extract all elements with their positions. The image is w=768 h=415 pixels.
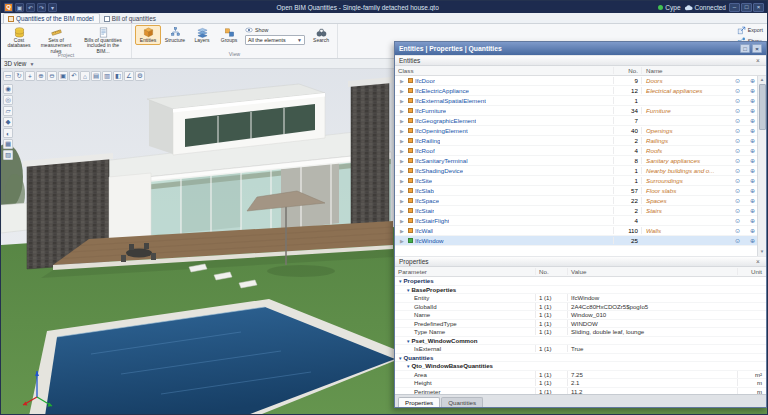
entity-row[interactable]: ▶IfcShadingDevice1Nearby buildings and o… (395, 166, 757, 176)
property-row[interactable]: ▼Pset_WindowCommon (395, 337, 766, 346)
undo-icon[interactable]: ↶ (26, 3, 35, 12)
property-row[interactable]: ▼Properties (395, 277, 766, 286)
column-class[interactable]: Class (395, 67, 613, 74)
entity-class-link[interactable]: IfcDoor (415, 77, 435, 84)
column-unit[interactable]: Unit (737, 268, 766, 275)
expand-icon[interactable]: ▶ (398, 168, 406, 174)
visibility-eye-icon[interactable]: ⊙ (735, 167, 740, 174)
background-icon[interactable]: ▨ (3, 150, 13, 160)
add-selection-icon[interactable]: ⊕ (750, 117, 755, 124)
app-logo[interactable]: Q (4, 3, 13, 12)
scroll-up-icon[interactable]: ▲ (760, 76, 764, 84)
shaded-view-icon[interactable]: ◆ (3, 117, 13, 127)
add-selection-icon[interactable]: ⊕ (750, 107, 755, 114)
panel-tab-properties[interactable]: Properties (398, 397, 440, 407)
expand-icon[interactable]: ▶ (398, 128, 406, 134)
front-view-icon[interactable]: ▥ (102, 71, 112, 81)
scroll-down-icon[interactable]: ▼ (760, 248, 764, 256)
property-row[interactable]: ▼Qto_WindowBaseQuantities (395, 362, 766, 371)
panel-close-button[interactable]: × (752, 44, 762, 53)
property-row[interactable]: Height1 (1)2.1m (395, 379, 766, 388)
property-row[interactable]: Name1 (1)Window_010 (395, 311, 766, 320)
visibility-eye-icon[interactable]: ⊙ (735, 117, 740, 124)
panel-tab-quantities[interactable]: Quantities (441, 397, 483, 407)
entity-row[interactable]: ▶IfcGeographicElement7⊙⊕ (395, 116, 757, 126)
expand-icon[interactable]: ▶ (398, 218, 406, 224)
settings-icon[interactable]: ⚙ (135, 71, 145, 81)
entity-class-link[interactable]: IfcGeographicElement (415, 117, 476, 124)
entity-row[interactable]: ▶IfcRoof4Roofs⊙⊕ (395, 146, 757, 156)
connection-status[interactable]: Connected (684, 4, 726, 11)
expand-icon[interactable]: ▶ (398, 138, 406, 144)
visibility-eye-icon[interactable]: ⊙ (735, 217, 740, 224)
visibility-eye-icon[interactable]: ⊙ (735, 97, 740, 104)
layers-visibility-icon[interactable]: ▦ (3, 139, 13, 149)
properties-close-icon[interactable]: × (754, 258, 762, 265)
shadows-icon[interactable]: ◐ (3, 128, 13, 138)
select-icon[interactable]: ▭ (3, 71, 13, 81)
expand-icon[interactable]: ▶ (398, 158, 406, 164)
property-row[interactable]: Area1 (1)7.25m² (395, 371, 766, 380)
entity-class-link[interactable]: IfcRoof (415, 147, 435, 154)
visibility-eye-icon[interactable]: ⊙ (735, 177, 740, 184)
add-selection-icon[interactable]: ⊕ (750, 97, 755, 104)
entity-class-link[interactable]: IfcSlab (415, 187, 434, 194)
entity-class-link[interactable]: IfcStairFlight (415, 217, 449, 224)
isolate-icon[interactable]: ◎ (3, 95, 13, 105)
entities-close-icon[interactable]: × (754, 57, 762, 64)
close-button[interactable]: × (753, 3, 764, 12)
column-parameter[interactable]: Parameter (395, 268, 535, 275)
add-selection-icon[interactable]: ⊕ (750, 157, 755, 164)
visibility-eye-icon[interactable]: ⊙ (735, 197, 740, 204)
entity-class-link[interactable]: IfcExternalSpatialElement (415, 97, 486, 104)
zoom-extents-icon[interactable]: ▣ (58, 71, 68, 81)
collapse-icon[interactable]: ▼ (398, 279, 402, 284)
entity-class-link[interactable]: IfcWindow (415, 237, 444, 244)
entities-scrollbar[interactable]: ▲ ▼ (757, 76, 766, 256)
expand-icon[interactable]: ▶ (398, 88, 406, 94)
recent-menu-icon[interactable]: ▾ (48, 3, 57, 12)
entity-row[interactable]: ▶IfcSpace22Spaces⊙⊕ (395, 196, 757, 206)
structure-button[interactable]: Structure (162, 25, 188, 45)
entity-class-link[interactable]: IfcOpeningElement (415, 127, 468, 134)
entity-class-link[interactable]: IfcFurniture (415, 107, 446, 114)
property-row[interactable]: Type Name1 (1)Sliding, double leaf, loun… (395, 328, 766, 337)
add-selection-icon[interactable]: ⊕ (750, 87, 755, 94)
column-no[interactable]: No. (535, 268, 567, 275)
expand-icon[interactable]: ▶ (398, 178, 406, 184)
visibility-eye-icon[interactable]: ⊙ (735, 107, 740, 114)
entity-class-link[interactable]: IfcRailing (415, 137, 440, 144)
add-selection-icon[interactable]: ⊕ (750, 137, 755, 144)
orbit-icon[interactable]: ↻ (14, 71, 24, 81)
ribbon-tab-quantities[interactable]: Quantities of the BIM model (3, 13, 100, 23)
maximize-button[interactable]: □ (741, 3, 752, 12)
property-row[interactable]: ▼BaseProperties (395, 286, 766, 295)
entity-class-link[interactable]: IfcSpace (415, 197, 439, 204)
entity-class-link[interactable]: IfcWall (415, 227, 433, 234)
entity-row[interactable]: ▶IfcDoor9Doors⊙⊕ (395, 76, 757, 86)
entity-row[interactable]: ▶IfcElectricAppliance12Electrical applia… (395, 86, 757, 96)
entity-row[interactable]: ▶IfcStair2Stairs⊙⊕ (395, 206, 757, 216)
minimize-button[interactable]: – (729, 3, 740, 12)
wireframe-icon[interactable]: ▱ (3, 106, 13, 116)
entity-row[interactable]: ▶IfcWall110Walls⊙⊕ (395, 226, 757, 236)
entity-class-link[interactable]: IfcSite (415, 177, 432, 184)
collapse-icon[interactable]: ▼ (406, 339, 410, 344)
visibility-icon[interactable]: ◉ (3, 84, 13, 94)
entities-button[interactable]: Entities (135, 25, 161, 45)
layers-button[interactable]: Layers (189, 25, 215, 45)
top-view-icon[interactable]: ▤ (91, 71, 101, 81)
add-selection-icon[interactable]: ⊕ (750, 217, 755, 224)
visibility-eye-icon[interactable]: ⊙ (735, 77, 740, 84)
column-name[interactable]: Name (641, 67, 733, 74)
zoom-in-icon[interactable]: ⊕ (36, 71, 46, 81)
add-selection-icon[interactable]: ⊕ (750, 167, 755, 174)
entity-row[interactable]: ▶IfcWindow25⊙⊕ (395, 236, 757, 246)
collapse-icon[interactable]: ▼ (406, 364, 410, 369)
title-bar[interactable]: Q▣↶↷▾ Open BIM Quantities - Single-famil… (1, 1, 767, 13)
expand-icon[interactable]: ▶ (398, 148, 406, 154)
add-selection-icon[interactable]: ⊕ (750, 177, 755, 184)
collapse-icon[interactable]: ▼ (406, 288, 410, 293)
previous-view-icon[interactable]: ↶ (69, 71, 79, 81)
property-row[interactable]: ▼Quantities (395, 354, 766, 363)
